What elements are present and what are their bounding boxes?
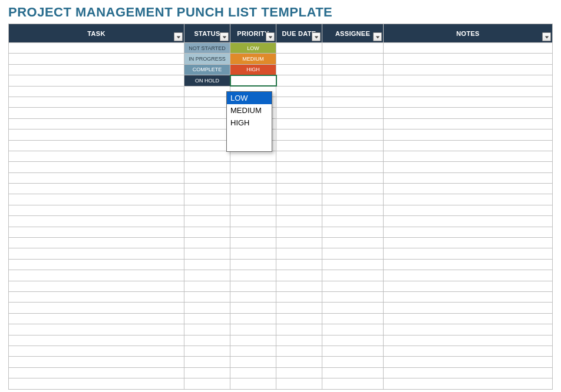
cell-status[interactable]: [184, 324, 230, 335]
cell-assignee[interactable]: [322, 303, 384, 313]
cell-notes[interactable]: [384, 227, 553, 237]
cell-notes[interactable]: [384, 248, 553, 259]
cell-assignee[interactable]: [322, 97, 384, 107]
cell-assignee[interactable]: [322, 291, 384, 302]
cell-status[interactable]: [184, 97, 230, 107]
cell-priority[interactable]: [230, 205, 276, 215]
cell-duedate[interactable]: [276, 54, 322, 64]
cell-duedate[interactable]: [276, 270, 322, 281]
cell-priority[interactable]: [230, 346, 276, 356]
cell-priority[interactable]: [230, 303, 276, 313]
cell-assignee[interactable]: [322, 108, 384, 118]
cell-duedate[interactable]: [276, 259, 322, 270]
cell-duedate[interactable]: [276, 335, 322, 346]
cell-assignee[interactable]: [322, 313, 384, 324]
cell-status[interactable]: IN PROGRESS: [184, 54, 230, 64]
cell-notes[interactable]: [384, 108, 553, 118]
cell-notes[interactable]: [384, 238, 553, 248]
cell-duedate[interactable]: [276, 86, 322, 97]
cell-assignee[interactable]: [322, 324, 384, 335]
col-header-priority[interactable]: PRIORITY: [230, 24, 276, 43]
cell-duedate[interactable]: [276, 118, 322, 129]
cell-assignee[interactable]: [322, 346, 384, 356]
cell-priority[interactable]: [230, 324, 276, 335]
cell-task[interactable]: [9, 151, 184, 161]
cell-task[interactable]: [9, 184, 184, 194]
cell-task[interactable]: [9, 238, 184, 248]
cell-status[interactable]: [184, 248, 230, 259]
cell-status[interactable]: [184, 357, 230, 367]
cell-status[interactable]: [184, 108, 230, 118]
cell-assignee[interactable]: [322, 162, 384, 172]
cell-task[interactable]: [9, 129, 184, 140]
cell-notes[interactable]: [384, 129, 553, 140]
cell-notes[interactable]: [384, 357, 553, 367]
filter-icon[interactable]: [542, 32, 551, 41]
cell-assignee[interactable]: [322, 216, 384, 227]
cell-status[interactable]: ON HOLD: [184, 75, 230, 86]
cell-task[interactable]: [9, 205, 184, 215]
cell-task[interactable]: [9, 324, 184, 335]
cell-status[interactable]: [184, 118, 230, 129]
cell-priority[interactable]: [230, 259, 276, 270]
cell-assignee[interactable]: [322, 357, 384, 367]
cell-status[interactable]: [184, 205, 230, 215]
cell-task[interactable]: [9, 313, 184, 324]
cell-status[interactable]: [184, 216, 230, 227]
cell-notes[interactable]: [384, 172, 553, 183]
cell-task[interactable]: [9, 64, 184, 75]
cell-notes[interactable]: [384, 43, 553, 54]
cell-duedate[interactable]: [276, 216, 322, 227]
cell-assignee[interactable]: [322, 227, 384, 237]
filter-icon[interactable]: [373, 32, 382, 41]
cell-status[interactable]: [184, 367, 230, 378]
cell-task[interactable]: [9, 281, 184, 291]
cell-assignee[interactable]: [322, 367, 384, 378]
cell-status[interactable]: COMPLETE: [184, 64, 230, 75]
cell-task[interactable]: [9, 378, 184, 389]
cell-assignee[interactable]: [322, 118, 384, 129]
cell-assignee[interactable]: [322, 281, 384, 291]
cell-task[interactable]: [9, 303, 184, 313]
cell-assignee[interactable]: [322, 64, 384, 75]
cell-notes[interactable]: [384, 86, 553, 97]
cell-notes[interactable]: [384, 335, 553, 346]
cell-assignee[interactable]: [322, 270, 384, 281]
cell-priority[interactable]: [230, 248, 276, 259]
cell-task[interactable]: [9, 194, 184, 205]
cell-assignee[interactable]: [322, 54, 384, 64]
cell-priority[interactable]: [230, 75, 276, 86]
cell-assignee[interactable]: [322, 205, 384, 215]
cell-status[interactable]: [184, 281, 230, 291]
cell-duedate[interactable]: [276, 227, 322, 237]
cell-task[interactable]: [9, 227, 184, 237]
cell-assignee[interactable]: [322, 43, 384, 54]
cell-priority[interactable]: [230, 162, 276, 172]
cell-duedate[interactable]: [276, 205, 322, 215]
cell-duedate[interactable]: [276, 184, 322, 194]
cell-duedate[interactable]: [276, 108, 322, 118]
cell-notes[interactable]: [384, 346, 553, 356]
cell-duedate[interactable]: [276, 378, 322, 389]
cell-duedate[interactable]: [276, 324, 322, 335]
cell-duedate[interactable]: [276, 140, 322, 151]
cell-assignee[interactable]: [322, 248, 384, 259]
cell-duedate[interactable]: [276, 357, 322, 367]
col-header-duedate[interactable]: DUE DATE: [276, 24, 322, 43]
col-header-assignee[interactable]: ASSIGNEE: [322, 24, 384, 43]
cell-status[interactable]: [184, 291, 230, 302]
cell-duedate[interactable]: [276, 172, 322, 183]
cell-duedate[interactable]: [276, 346, 322, 356]
cell-task[interactable]: [9, 75, 184, 86]
cell-task[interactable]: [9, 118, 184, 129]
cell-duedate[interactable]: [276, 151, 322, 161]
col-header-notes[interactable]: NOTES: [384, 24, 553, 43]
filter-icon[interactable]: [220, 32, 229, 41]
cell-notes[interactable]: [384, 281, 553, 291]
cell-assignee[interactable]: [322, 140, 384, 151]
cell-task[interactable]: [9, 97, 184, 107]
cell-notes[interactable]: [384, 151, 553, 161]
cell-task[interactable]: [9, 248, 184, 259]
cell-notes[interactable]: [384, 270, 553, 281]
cell-status[interactable]: [184, 162, 230, 172]
